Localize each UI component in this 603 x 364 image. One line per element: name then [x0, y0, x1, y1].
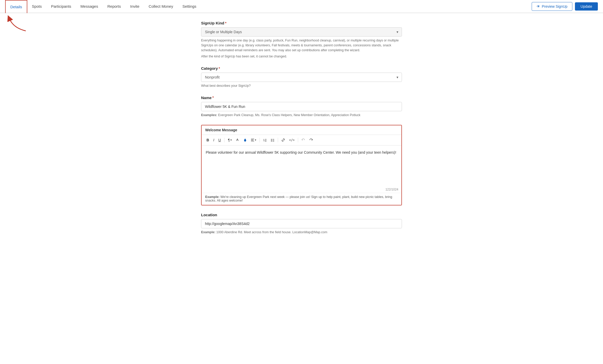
preview-signup-button[interactable]: 👁 Preview SignUp — [532, 2, 572, 11]
required-indicator: * — [219, 66, 220, 71]
editor-footer: 122/1024 — [202, 187, 401, 193]
tab-spots[interactable]: Spots — [27, 0, 46, 13]
editor-toolbar: B I U ¶ ▾ ▾ — [202, 135, 401, 145]
top-navigation: Details Spots Participants Messages Repo… — [0, 0, 603, 13]
signup-kind-hint1: Everything happening in one day (e.g. cl… — [201, 38, 402, 53]
location-section: Location Example: 1000 Aberdine Rd. Meet… — [201, 213, 402, 235]
color-button[interactable] — [242, 137, 248, 143]
svg-point-10 — [271, 141, 272, 142]
signup-kind-select-wrapper: Single or Multiple Days — [201, 27, 402, 37]
nav-actions: 👁 Preview SignUp Update — [532, 2, 598, 11]
category-select[interactable]: Nonprofit — [201, 73, 402, 82]
category-section: Category * Nonprofit What best describes… — [201, 66, 402, 88]
char-count: 122/1024 — [385, 188, 398, 191]
update-button[interactable]: Update — [575, 2, 598, 11]
location-label: Location — [201, 213, 402, 217]
align-button[interactable]: ▾ — [249, 137, 258, 143]
tab-reports[interactable]: Reports — [103, 0, 126, 13]
svg-point-9 — [271, 140, 272, 141]
welcome-message-example: Example: We're cleaning up Evergreen Par… — [202, 193, 401, 205]
code-button[interactable]: </> — [287, 137, 297, 143]
name-label: Name * — [201, 96, 402, 100]
category-label: Category * — [201, 66, 402, 71]
category-select-wrapper: Nonprofit — [201, 73, 402, 82]
bold-button[interactable]: B — [205, 137, 211, 143]
tab-details[interactable]: Details — [5, 0, 27, 13]
tab-participants[interactable]: Participants — [46, 0, 76, 13]
paragraph-button[interactable]: ¶ ▾ — [226, 137, 234, 143]
welcome-message-title: Welcome Message — [202, 125, 401, 135]
name-section: Name * Examples: Evergreen Park Cleanup,… — [201, 96, 402, 118]
welcome-message-editor[interactable]: Please volunteer for our annual Wildflow… — [202, 145, 401, 187]
toolbar-divider-3 — [278, 138, 278, 142]
eye-icon: 👁 — [537, 4, 540, 8]
svg-point-8 — [271, 139, 272, 140]
tab-messages[interactable]: Messages — [76, 0, 103, 13]
signup-kind-section: SignUp Kind * Single or Multiple Days Ev… — [201, 21, 402, 59]
toolbar-divider-2 — [260, 138, 260, 142]
highlight-button[interactable] — [234, 137, 241, 143]
name-input[interactable] — [201, 102, 402, 111]
underline-button[interactable]: U — [217, 137, 223, 143]
required-indicator: * — [212, 96, 214, 100]
category-hint: What best describes your SignUp? — [201, 83, 402, 88]
link-button[interactable] — [280, 137, 287, 143]
arrow-annotation — [5, 14, 28, 33]
welcome-message-box: Welcome Message B I U ¶ ▾ — [201, 125, 402, 205]
toolbar-divider-4 — [298, 138, 298, 142]
welcome-message-section: Welcome Message B I U ¶ ▾ — [201, 125, 402, 205]
tab-invite[interactable]: Invite — [126, 0, 144, 13]
main-content: SignUp Kind * Single or Multiple Days Ev… — [196, 21, 407, 235]
signup-kind-hint2: After the kind of SignUp has been set, i… — [201, 54, 402, 59]
italic-button[interactable]: I — [211, 137, 216, 143]
required-indicator: * — [225, 21, 226, 25]
toolbar-divider-1 — [224, 138, 225, 142]
redo-button[interactable] — [307, 137, 315, 143]
tab-collect-money[interactable]: Collect Money — [144, 0, 178, 13]
location-input[interactable] — [201, 219, 402, 228]
ordered-list-button[interactable]: 1. — [261, 137, 269, 143]
name-examples: Examples: Evergreen Park Cleanup, Ms. Ro… — [201, 113, 402, 118]
unordered-list-button[interactable] — [269, 137, 276, 143]
undo-button[interactable] — [300, 137, 307, 143]
signup-kind-select[interactable]: Single or Multiple Days — [201, 27, 402, 37]
signup-kind-label: SignUp Kind * — [201, 21, 402, 25]
location-example: Example: 1000 Aberdine Rd. Meet across f… — [201, 230, 402, 235]
tab-settings[interactable]: Settings — [178, 0, 201, 13]
